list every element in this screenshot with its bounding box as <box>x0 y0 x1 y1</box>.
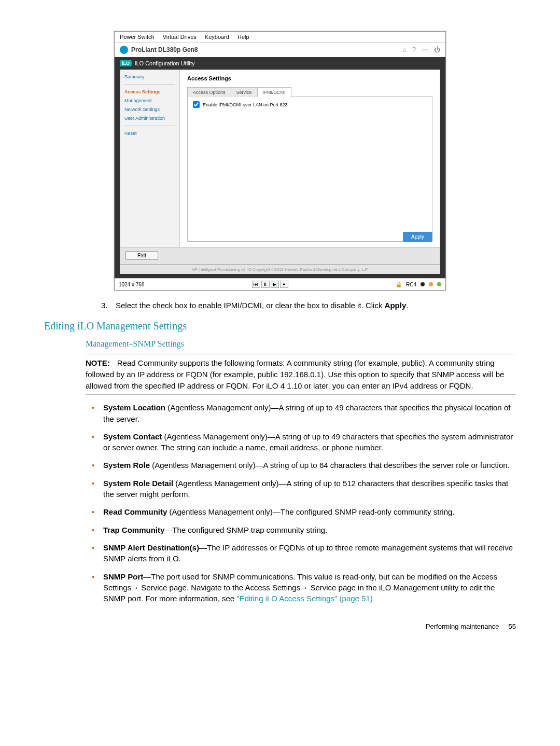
exit-button[interactable]: Exit <box>125 251 158 260</box>
field-read-community: Read Community (Agentless Management onl… <box>86 506 516 517</box>
field-snmp-alert-destinations: SNMP Alert Destination(s)—The IP address… <box>86 542 516 564</box>
footer-section-label: Performing maintenance <box>426 623 499 630</box>
sidebar-item-access-settings[interactable]: Access Settings <box>124 89 175 94</box>
field-snmp-port: SNMP Port—The port used for SNMP communi… <box>86 571 516 604</box>
lang-icon[interactable]: ▭ <box>422 46 428 53</box>
xref-editing-ilo-access-settings[interactable]: "Editing iLO Access Settings" (page 51) <box>236 594 372 603</box>
play-button[interactable]: ▶ <box>271 281 279 288</box>
main-heading: Access Settings <box>187 75 432 81</box>
field-system-role: System Role (Agentless Management only)—… <box>86 460 516 471</box>
encryption-label: RC4 <box>406 282 416 287</box>
ilo-screenshot: Power Switch Virtual Drives Keyboard Hel… <box>114 31 446 291</box>
status-dot-black <box>421 282 425 286</box>
tab-access-options[interactable]: Access Options <box>187 87 231 97</box>
enable-ipmi-dcmi-row[interactable]: Enable IPMI/DCMI over LAN on Port 623 <box>193 101 427 108</box>
menu-keyboard[interactable]: Keyboard <box>205 34 229 40</box>
status-bar: 1024 x 768 ⏮ ⏸ ▶ ● 🔒 RC4 <box>115 278 445 290</box>
help-icon[interactable]: ? <box>412 46 416 53</box>
field-system-role-detail: System Role Detail (Agentless Management… <box>86 478 516 500</box>
sidebar-item-management[interactable]: Management <box>124 98 175 103</box>
app-titlebar: ProLiant DL380p Gen8 ⌂ ? ▭ ⏻ <box>115 43 445 57</box>
pause-button[interactable]: ⏸ <box>261 281 270 288</box>
menu-power-switch[interactable]: Power Switch <box>120 34 155 40</box>
tab-service[interactable]: Service <box>231 87 258 97</box>
rewind-button[interactable]: ⏮ <box>252 281 260 288</box>
sidebar-item-user-administration[interactable]: User Administration <box>124 116 175 121</box>
heading-management-snmp: Management–SNMP Settings <box>86 339 516 349</box>
ilo-badge: iLO <box>120 60 132 66</box>
panel-footer: Exit <box>120 247 440 265</box>
status-dot-green <box>437 282 441 286</box>
remote-console-menubar: Power Switch Virtual Drives Keyboard Hel… <box>115 32 445 43</box>
hp-logo-icon <box>120 46 128 54</box>
product-title: ProLiant DL380p Gen8 <box>131 46 198 53</box>
step-text-a: Select the check box to enable IPMI/DCMI… <box>116 301 385 310</box>
field-trap-community: Trap Community—The configured SNMP trap … <box>86 524 516 535</box>
sidebar-item-network-settings[interactable]: Network Settings <box>124 107 175 112</box>
step-3: 3. Select the check box to enable IPMI/D… <box>101 300 516 311</box>
sidebar-item-summary[interactable]: Summary <box>124 74 175 79</box>
utility-title: iLO iLO Configuration Utility <box>115 57 445 70</box>
home-icon[interactable]: ⌂ <box>402 46 406 53</box>
menu-virtual-drives[interactable]: Virtual Drives <box>163 34 197 40</box>
lock-icon: 🔒 <box>396 282 402 287</box>
field-system-location: System Location (Agentless Management on… <box>86 402 516 424</box>
status-dot-orange <box>429 282 433 286</box>
resolution-label: 1024 x 768 <box>119 282 145 287</box>
footer-page-number: 55 <box>509 623 516 630</box>
apply-button[interactable]: Apply <box>403 232 432 242</box>
enable-ipmi-dcmi-label: Enable IPMI/DCMI over LAN on Port 623 <box>203 102 288 107</box>
note-label: NOTE: <box>86 358 110 367</box>
page-footer: Performing maintenance 55 <box>44 623 516 630</box>
power-icon[interactable]: ⏻ <box>434 46 440 53</box>
step-apply-word: Apply <box>385 301 407 310</box>
copyright-text: HP Intelligent Provisioning v1.40 Copyri… <box>120 265 440 274</box>
sidebar: Summary Access Settings Management Netwo… <box>120 70 180 247</box>
menu-help[interactable]: Help <box>237 34 249 40</box>
field-system-contact: System Contact (Agentless Management onl… <box>86 431 516 453</box>
step-text-b: . <box>406 301 408 310</box>
tab-panel-ipmi-dcmi: Enable IPMI/DCMI over LAN on Port 623 <box>187 96 432 242</box>
tab-strip: Access Options Service IPMI/DCMI <box>187 87 432 96</box>
note-block: NOTE: Read Community supports the follow… <box>86 354 516 395</box>
main-panel: Access Settings Access Options Service I… <box>180 70 440 247</box>
snmp-fields-list: System Location (Agentless Management on… <box>86 402 516 604</box>
enable-ipmi-dcmi-checkbox[interactable] <box>193 101 200 108</box>
record-button[interactable]: ● <box>280 281 288 288</box>
utility-title-text: iLO Configuration Utility <box>135 60 195 66</box>
note-text: Read Community supports the following fo… <box>86 358 504 390</box>
tab-ipmi-dcmi[interactable]: IPMI/DCMI <box>258 87 291 97</box>
step-number: 3. <box>101 300 108 311</box>
heading-editing-ilo-management: Editing iLO Management Settings <box>44 320 516 332</box>
sidebar-item-reset[interactable]: Reset <box>124 131 175 136</box>
